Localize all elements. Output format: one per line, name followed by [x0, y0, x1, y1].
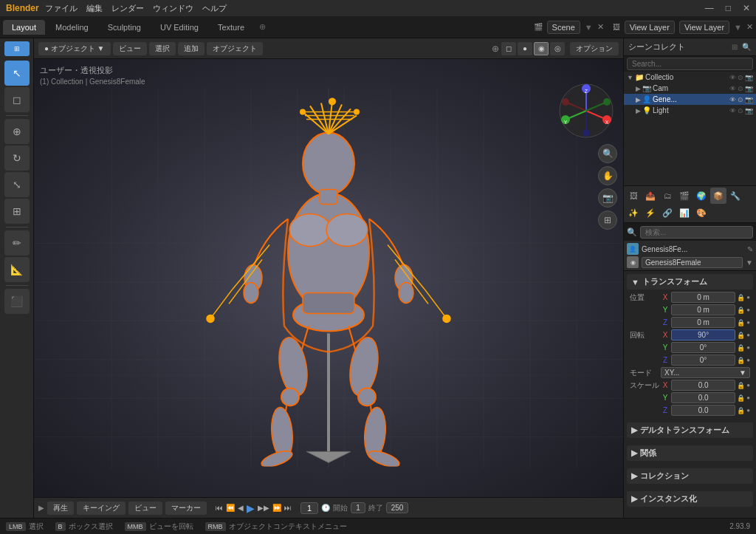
- menu-render[interactable]: レンダー: [111, 3, 144, 14]
- rot-z-dot[interactable]: ●: [746, 357, 750, 363]
- rot-y-dot[interactable]: ●: [746, 344, 750, 351]
- solid-btn[interactable]: ●: [518, 42, 532, 55]
- add-menu[interactable]: 追加: [178, 42, 205, 55]
- move-tool[interactable]: ⊕: [4, 119, 30, 144]
- menu-file[interactable]: ファイル: [45, 3, 78, 14]
- hide-icon-0[interactable]: ⊙: [738, 74, 743, 81]
- maximize-button[interactable]: □: [726, 3, 731, 13]
- rot-z-lock[interactable]: 🔒: [737, 357, 745, 364]
- mode-selector[interactable]: ⊞: [4, 41, 30, 56]
- rot-x-dot[interactable]: ●: [746, 332, 750, 338]
- collections-header[interactable]: ▶ コレクション: [627, 468, 753, 484]
- scene-dropdown-icon[interactable]: ▼: [585, 23, 593, 32]
- prop-tab-object[interactable]: 📦: [710, 188, 726, 204]
- prop-tab-scene[interactable]: 🎬: [676, 188, 693, 204]
- pos-y-dot[interactable]: ●: [746, 307, 750, 313]
- eye-icon-0[interactable]: 👁: [729, 74, 736, 81]
- pos-y-value[interactable]: 0 m: [671, 304, 735, 315]
- pos-z-dot[interactable]: ●: [746, 319, 750, 326]
- delta-transform-header[interactable]: ▶ デルタトランスフォーム: [627, 422, 753, 438]
- jump-end-btn[interactable]: ⏭: [284, 504, 292, 512]
- mode-value[interactable]: XY... ▼: [661, 367, 750, 378]
- viewport-mode-btn[interactable]: ● オブジェクト ▼: [38, 42, 111, 55]
- marker-menu[interactable]: マーカー: [165, 502, 207, 515]
- viewport[interactable]: ● オブジェクト ▼ ビュー 選択 追加 オブジェクト ⊕ ◻ ● ◉ ◎: [34, 38, 623, 518]
- tab-uv-editing[interactable]: UV Editing: [151, 20, 207, 35]
- scale-x-lock[interactable]: 🔒: [737, 382, 745, 389]
- wireframe-btn[interactable]: ◻: [501, 42, 516, 55]
- view-menu[interactable]: ビュー: [113, 42, 147, 55]
- prop-tab-view-layer[interactable]: 🗂: [659, 188, 676, 204]
- data-dropdown[interactable]: ▼: [746, 259, 753, 267]
- measure-tool[interactable]: 📐: [4, 257, 30, 282]
- eye-icon-1[interactable]: 👁: [729, 85, 736, 92]
- annotate-tool[interactable]: ✏: [4, 230, 30, 256]
- pos-x-dot[interactable]: ●: [746, 294, 750, 301]
- prev-frame-btn[interactable]: ◀: [238, 504, 244, 512]
- menu-edit[interactable]: 編集: [86, 3, 103, 14]
- eye-icon-2[interactable]: 👁: [729, 96, 736, 103]
- play-btn[interactable]: ▶: [247, 502, 255, 514]
- prop-tab-world[interactable]: 🌍: [693, 188, 709, 204]
- tab-texture[interactable]: Texture: [209, 20, 253, 35]
- scene-close-icon[interactable]: ✕: [597, 22, 604, 32]
- cursor-tool[interactable]: ↖: [4, 61, 30, 86]
- tab-sculpting[interactable]: Sculpting: [99, 20, 150, 35]
- options-btn[interactable]: オプション: [570, 42, 619, 55]
- scale-y-lock[interactable]: 🔒: [737, 394, 745, 402]
- hide-icon-1[interactable]: ⊙: [738, 85, 743, 92]
- view-layer-name[interactable]: View Layer: [679, 21, 729, 34]
- pan-btn[interactable]: ✋: [598, 166, 617, 185]
- viewport-shading-icons[interactable]: ⊕: [492, 44, 499, 54]
- eye-icon-3[interactable]: 👁: [729, 107, 736, 114]
- scale-z-value[interactable]: 0.0: [671, 405, 735, 416]
- pos-z-lock[interactable]: 🔒: [737, 319, 745, 326]
- rotate-tool[interactable]: ↻: [4, 146, 30, 171]
- material-btn[interactable]: ◉: [534, 42, 549, 55]
- scale-tool[interactable]: ⤡: [4, 172, 30, 197]
- view-layer-close-icon[interactable]: ✕: [746, 22, 753, 32]
- close-button[interactable]: ✕: [743, 3, 750, 13]
- add-tool[interactable]: ⬛: [4, 289, 30, 314]
- scale-x-value[interactable]: 0.0: [671, 380, 735, 391]
- view-menu-bottom[interactable]: ビュー: [128, 502, 162, 515]
- outliner-light[interactable]: ▶ 💡 Light 👁 ⊙ 📷: [624, 105, 756, 116]
- rendered-btn[interactable]: ◎: [550, 42, 565, 55]
- rot-x-lock[interactable]: 🔒: [737, 332, 745, 339]
- grid-btn[interactable]: ⊞: [598, 210, 617, 230]
- object-name-edit[interactable]: ✎: [747, 245, 753, 253]
- scale-x-dot[interactable]: ●: [746, 382, 750, 388]
- transform-header[interactable]: ▼ トランスフォーム: [627, 274, 753, 290]
- scene-name[interactable]: Scene: [547, 21, 580, 34]
- select-menu[interactable]: 選択: [149, 42, 176, 55]
- filter-icon[interactable]: ⊞: [729, 43, 740, 51]
- rot-z-value[interactable]: 0°: [671, 355, 735, 366]
- next-keyframe-btn[interactable]: ⏩: [272, 504, 281, 512]
- current-frame[interactable]: 1: [300, 502, 318, 514]
- prev-keyframe-btn[interactable]: ⏪: [226, 504, 235, 512]
- prop-tab-render[interactable]: 🖼: [625, 188, 642, 204]
- prop-tab-material[interactable]: 🎨: [693, 205, 709, 221]
- outliner-genesis[interactable]: ▶ 👤 Gene... 👁 ⊙ 📷: [624, 94, 756, 105]
- instancing-header[interactable]: ▶ インスタンス化: [627, 491, 753, 507]
- pos-x-lock[interactable]: 🔒: [737, 294, 745, 301]
- menu-window[interactable]: ウィンドウ: [153, 3, 193, 14]
- pos-z-value[interactable]: 0 m: [671, 317, 735, 328]
- outliner-collection[interactable]: ▼ 📁 Collectio 👁 ⊙ 📷: [624, 72, 756, 83]
- object-menu[interactable]: オブジェクト: [207, 42, 263, 55]
- rot-y-value[interactable]: 0°: [671, 342, 735, 353]
- view-layer-dropdown-icon[interactable]: ▼: [734, 23, 742, 32]
- prop-tab-output[interactable]: 📤: [642, 188, 659, 204]
- render-icon-2[interactable]: 📷: [745, 96, 753, 103]
- render-icon-3[interactable]: 📷: [745, 107, 753, 114]
- add-workspace-icon[interactable]: ⊕: [259, 22, 266, 32]
- prop-tab-particles[interactable]: ✨: [625, 205, 642, 221]
- keying-menu[interactable]: キーイング: [77, 502, 126, 515]
- menu-help[interactable]: ヘルプ: [202, 3, 227, 14]
- prop-tab-physics[interactable]: ⚡: [642, 205, 659, 221]
- relations-header[interactable]: ▶ 関係: [627, 445, 753, 461]
- prop-tab-data[interactable]: 📊: [676, 205, 693, 221]
- tab-layout[interactable]: Layout: [3, 20, 45, 35]
- search-icon[interactable]: 🔍: [741, 43, 752, 51]
- prop-tab-modifier[interactable]: 🔧: [727, 188, 743, 204]
